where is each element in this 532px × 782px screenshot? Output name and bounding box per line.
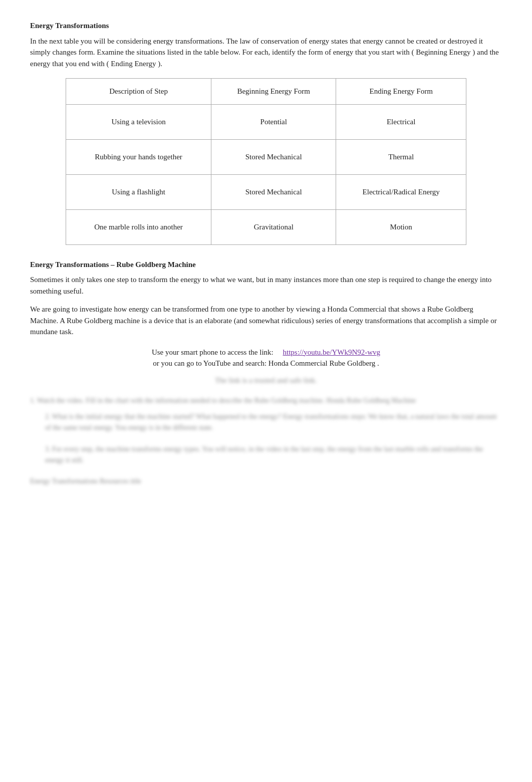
section2-body2: We are going to investigate how energy c… bbox=[30, 304, 502, 338]
link-label-line: Use your smart phone to access the link:… bbox=[30, 347, 502, 358]
table-row: Rubbing your hands togetherStored Mechan… bbox=[66, 139, 466, 174]
table-cell-description: Using a television bbox=[66, 104, 211, 139]
link-prompt-text: Use your smart phone to access the link: bbox=[152, 348, 274, 356]
table-cell-beginning: Stored Mechanical bbox=[211, 174, 336, 209]
energy-transformations-table: Description of Step Beginning Energy For… bbox=[66, 78, 467, 245]
link-section: Use your smart phone to access the link:… bbox=[30, 347, 502, 386]
table-cell-beginning: Gravitational bbox=[211, 209, 336, 244]
table-cell-ending: Thermal bbox=[336, 139, 466, 174]
table-cell-beginning: Stored Mechanical bbox=[211, 139, 336, 174]
col-header-description: Description of Step bbox=[66, 79, 211, 105]
col-header-beginning: Beginning Energy Form bbox=[211, 79, 336, 105]
table-cell-ending: Electrical bbox=[336, 104, 466, 139]
blurred-q3: 3. For every step, the machine transform… bbox=[45, 444, 502, 466]
or-search-line: or you can go to YouTube and search: Hon… bbox=[30, 358, 502, 369]
section2-title: Energy Transformations – Rube Goldberg M… bbox=[30, 259, 502, 271]
blurred-q1: 1. Watch the video. Fill in the chart wi… bbox=[30, 395, 502, 406]
table-cell-ending: Electrical/Radical Energy bbox=[336, 174, 466, 209]
trusted-link-note: The link is a trusted and safe link. bbox=[30, 374, 502, 386]
footer-text: Energy Transformations Resources title bbox=[30, 476, 502, 486]
table-cell-ending: Motion bbox=[336, 209, 466, 244]
table-cell-beginning: Potential bbox=[211, 104, 336, 139]
page-title: Energy Transformations bbox=[30, 20, 502, 32]
table-cell-description: Using a flashlight bbox=[66, 174, 211, 209]
intro-paragraph: In the next table you will be considerin… bbox=[30, 36, 502, 70]
col-header-ending: Ending Energy Form bbox=[336, 79, 466, 105]
table-row: Using a flashlightStored MechanicalElect… bbox=[66, 174, 466, 209]
table-cell-description: Rubbing your hands together bbox=[66, 139, 211, 174]
table-row: Using a televisionPotentialElectrical bbox=[66, 104, 466, 139]
blurred-q2: 2. What is the initial energy that the m… bbox=[45, 411, 502, 434]
table-cell-description: One marble rolls into another bbox=[66, 209, 211, 244]
table-row: One marble rolls into anotherGravitation… bbox=[66, 209, 466, 244]
section2-body1: Sometimes it only takes one step to tran… bbox=[30, 274, 502, 297]
youtube-link[interactable]: https://youtu.be/YWk9N92-wvg bbox=[283, 348, 381, 356]
